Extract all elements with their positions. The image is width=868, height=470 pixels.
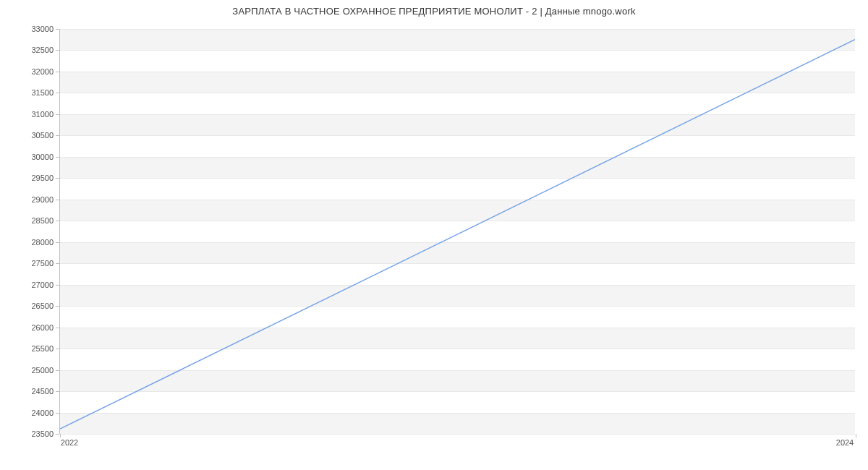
y-tick xyxy=(56,157,59,158)
y-tick xyxy=(56,114,59,115)
y-tick xyxy=(56,72,59,72)
y-tick-label: 30000 xyxy=(10,153,54,161)
y-tick-label: 32000 xyxy=(10,67,54,76)
y-tick-label: 31000 xyxy=(10,110,54,119)
y-tick-label: 28000 xyxy=(10,238,54,247)
y-tick-label: 32500 xyxy=(10,46,54,54)
y-tick-label: 26500 xyxy=(10,302,54,310)
y-tick xyxy=(56,434,59,435)
y-tick-label: 30500 xyxy=(10,131,54,140)
x-tick-label: 2024 xyxy=(836,438,854,447)
y-tick xyxy=(56,413,59,414)
y-tick xyxy=(56,349,59,349)
y-tick-label: 27500 xyxy=(10,259,54,268)
y-tick xyxy=(56,285,59,286)
y-tick-label: 24000 xyxy=(10,409,54,417)
y-tick-label: 25500 xyxy=(10,344,54,353)
x-tick xyxy=(60,434,61,437)
x-tick xyxy=(856,434,856,437)
line-series xyxy=(60,29,855,433)
y-tick-label: 23500 xyxy=(10,430,54,438)
plot-area xyxy=(59,29,855,434)
y-tick xyxy=(56,263,59,264)
y-tick xyxy=(56,178,59,179)
y-tick xyxy=(56,370,59,371)
y-tick xyxy=(56,200,59,200)
y-tick xyxy=(56,135,59,136)
y-tick-label: 33000 xyxy=(10,25,54,33)
y-tick xyxy=(56,306,59,307)
y-tick xyxy=(56,29,59,30)
y-tick-label: 29500 xyxy=(10,174,54,182)
y-tick xyxy=(56,328,59,328)
y-tick xyxy=(56,391,59,392)
y-tick xyxy=(56,50,59,51)
chart-container: ЗАРПЛАТА В ЧАСТНОЕ ОХРАННОЕ ПРЕДПРИЯТИЕ … xyxy=(0,0,868,470)
y-tick-label: 26000 xyxy=(10,323,54,332)
y-tick xyxy=(56,242,59,243)
chart-title: ЗАРПЛАТА В ЧАСТНОЕ ОХРАННОЕ ПРЕДПРИЯТИЕ … xyxy=(0,6,868,17)
y-tick xyxy=(56,93,59,93)
y-tick-label: 31500 xyxy=(10,88,54,97)
x-tick-label: 2022 xyxy=(61,438,78,447)
grid-line xyxy=(60,434,855,435)
y-tick-label: 29000 xyxy=(10,195,54,204)
y-tick-label: 24500 xyxy=(10,387,54,396)
y-tick-label: 28500 xyxy=(10,216,54,225)
y-tick-label: 27000 xyxy=(10,281,54,289)
y-tick xyxy=(56,221,59,221)
y-tick-label: 25000 xyxy=(10,366,54,375)
